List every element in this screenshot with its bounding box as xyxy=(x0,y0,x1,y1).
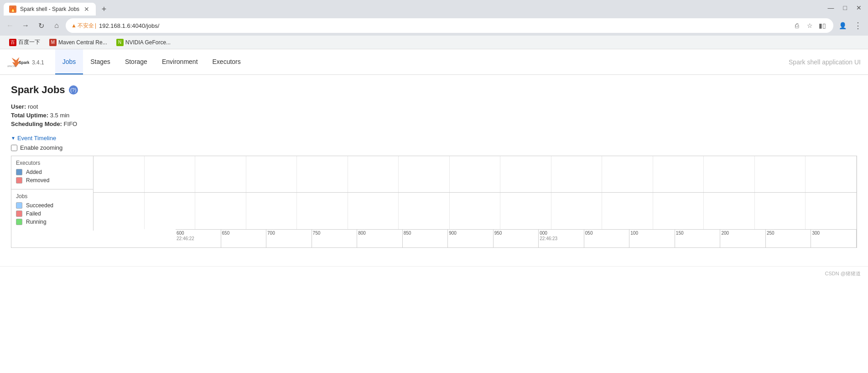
app-container: Spark APACHE 3.4.1 Jobs Stages Storage E… xyxy=(0,49,868,281)
jobs-timeline-row xyxy=(94,193,857,229)
spark-logo: Spark APACHE 3.4.1 xyxy=(7,54,44,70)
grid-line xyxy=(450,156,501,192)
time-tick: 900 xyxy=(448,230,494,247)
bookmark-label: NVIDIA GeForce... xyxy=(125,39,171,46)
tab-storage[interactable]: Storage xyxy=(118,49,155,74)
bookmark-favicon: 百 xyxy=(9,39,16,46)
failed-color-box xyxy=(16,210,22,217)
time-tick: 100 xyxy=(629,230,675,247)
active-tab[interactable]: 🔥 Spark shell - Spark Jobs ✕ xyxy=(4,3,96,16)
grid-line xyxy=(806,193,857,229)
grid-line xyxy=(94,156,145,192)
nav-tabs: Jobs Stages Storage Environment Executor… xyxy=(55,49,248,74)
share-button[interactable]: ⎙ xyxy=(791,20,802,31)
enable-zoom-checkbox[interactable] xyxy=(11,145,17,151)
timeline-grid: 60022:46:2265070075080085090095000022:46… xyxy=(94,156,857,247)
legend-item-running: Running xyxy=(16,219,88,225)
tab-favicon: 🔥 xyxy=(9,5,16,13)
browser-chrome: 🔥 Spark shell - Spark Jobs ✕ + — □ ✕ ← →… xyxy=(0,0,868,49)
svg-text:Spark: Spark xyxy=(19,60,29,64)
grid-line xyxy=(653,193,704,229)
grid-line xyxy=(145,193,196,229)
bookmark-baidu[interactable]: 百 百度一下 xyxy=(5,37,44,47)
bookmark-favicon: M xyxy=(49,39,57,46)
grid-lines-jobs xyxy=(94,193,857,229)
time-tick: 050 xyxy=(584,230,630,247)
tab-close-button[interactable]: ✕ xyxy=(83,5,90,13)
app-title: Spark shell application UI xyxy=(789,58,861,66)
tab-environment[interactable]: Environment xyxy=(155,49,205,74)
uptime-row: Total Uptime: 3.5 min xyxy=(11,112,857,119)
grid-line xyxy=(145,156,196,192)
page-title: Spark Jobs xyxy=(11,84,65,96)
succeeded-color-box xyxy=(16,202,22,209)
executors-legend-section: Executors Added Removed xyxy=(11,156,93,189)
grid-line xyxy=(195,156,246,192)
legend-item-failed: Failed xyxy=(16,210,88,217)
succeeded-label: Succeeded xyxy=(26,202,53,209)
legend-panel: Executors Added Removed Jobs xyxy=(11,156,94,231)
grid-line xyxy=(500,156,551,192)
time-tick: 150 xyxy=(675,230,721,247)
grid-line xyxy=(602,156,653,192)
time-tick: 750 xyxy=(312,230,358,247)
timeline-section: ▼ Event Timeline Enable zooming Executor… xyxy=(11,135,857,248)
enable-zoom-label[interactable]: Enable zooming xyxy=(20,144,62,151)
time-tick: 60022:46:22 xyxy=(176,230,221,247)
grid-line xyxy=(297,156,348,192)
time-tick: 850 xyxy=(403,230,448,247)
added-color-box xyxy=(16,169,22,175)
timeline-toggle[interactable]: ▼ Event Timeline xyxy=(11,135,857,142)
running-label: Running xyxy=(26,219,47,225)
home-button[interactable]: ⌂ xyxy=(50,19,63,32)
tab-jobs[interactable]: Jobs xyxy=(55,49,83,74)
time-axis: 60022:46:2265070075080085090095000022:46… xyxy=(176,229,857,247)
address-bar[interactable]: ▲ 不安全 | 192.168.1.6:4040/jobs/ ⎙ ☆ ▮▯ xyxy=(66,18,833,33)
restore-button[interactable]: □ xyxy=(841,3,850,12)
minimize-button[interactable]: — xyxy=(825,3,837,12)
bookmark-maven[interactable]: M Maven Central Re... xyxy=(46,38,111,47)
back-button[interactable]: ← xyxy=(4,19,16,32)
info-section: User: root Total Uptime: 3.5 min Schedul… xyxy=(11,103,857,127)
more-options-button[interactable]: ⋮ xyxy=(852,19,864,32)
time-tick: 950 xyxy=(494,230,539,247)
tab-bar: 🔥 Spark shell - Spark Jobs ✕ + — □ ✕ xyxy=(0,0,868,16)
running-color-box xyxy=(16,219,22,225)
bookmark-label: Maven Central Re... xyxy=(58,39,107,46)
help-badge[interactable]: (?) xyxy=(69,85,78,95)
bookmarks-bar: 百 百度一下 M Maven Central Re... N NVIDIA Ge… xyxy=(0,36,868,49)
scheduling-row: Scheduling Mode: FIFO xyxy=(11,121,857,127)
time-tick: 800 xyxy=(357,230,403,247)
grid-line xyxy=(195,193,246,229)
grid-line xyxy=(755,193,806,229)
bookmark-button[interactable]: ☆ xyxy=(804,20,815,31)
sidebar-button[interactable]: ▮▯ xyxy=(817,20,828,31)
tab-stages[interactable]: Stages xyxy=(83,49,118,74)
grid-line xyxy=(704,156,755,192)
time-tick: 300 xyxy=(811,230,857,247)
forward-button[interactable]: → xyxy=(19,19,32,32)
executors-legend-title: Executors xyxy=(16,160,88,166)
new-tab-button[interactable]: + xyxy=(98,3,110,16)
close-window-button[interactable]: ✕ xyxy=(853,3,864,12)
main-content: Spark Jobs (?) User: root Total Uptime: … xyxy=(0,75,868,257)
added-label: Added xyxy=(26,169,42,175)
legend-item-removed: Removed xyxy=(16,177,88,184)
grid-line xyxy=(246,156,297,192)
tab-executors[interactable]: Executors xyxy=(205,49,248,74)
bookmark-favicon: N xyxy=(116,39,124,46)
tab-title: Spark shell - Spark Jobs xyxy=(20,6,79,12)
collapse-arrow-icon: ▼ xyxy=(11,136,16,141)
grid-lines-executors xyxy=(94,156,857,192)
spark-navbar: Spark APACHE 3.4.1 Jobs Stages Storage E… xyxy=(0,49,868,75)
grid-line xyxy=(399,193,450,229)
profile-button[interactable]: 👤 xyxy=(836,19,849,32)
reload-button[interactable]: ↻ xyxy=(35,19,47,32)
grid-line xyxy=(450,193,501,229)
time-tick: 700 xyxy=(266,230,312,247)
time-tick: 200 xyxy=(720,230,766,247)
footer-text: CSDN @猪猪道 xyxy=(825,271,861,276)
failed-label: Failed xyxy=(26,210,41,217)
bookmark-nvidia[interactable]: N NVIDIA GeForce... xyxy=(113,38,174,47)
grid-line xyxy=(500,193,551,229)
